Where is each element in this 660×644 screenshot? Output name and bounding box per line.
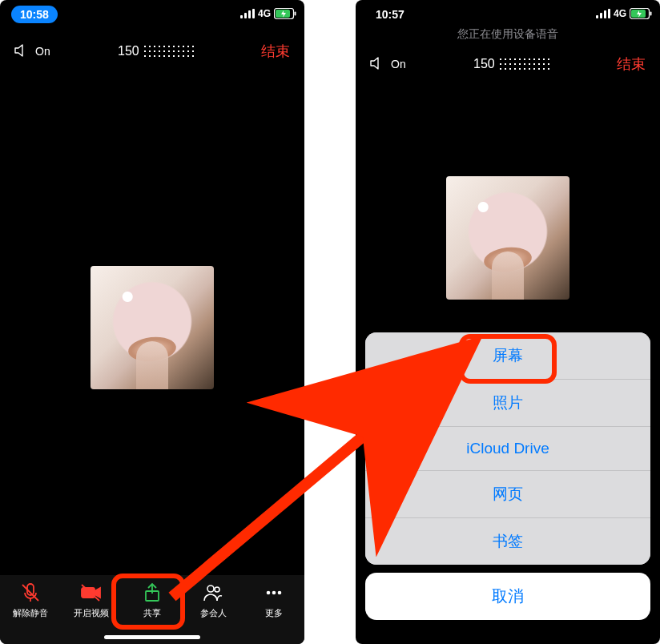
- left-phone: 10:58 4G On 150 结束 解除静音: [0, 0, 304, 644]
- svg-rect-1: [244, 13, 247, 18]
- action-sheet-list: 屏幕 照片 iCloud Drive 网页 书签: [365, 332, 650, 565]
- start-video-button[interactable]: 开启视频: [61, 582, 122, 619]
- end-call-button[interactable]: 结束: [617, 54, 646, 74]
- status-right: 4G: [240, 8, 296, 19]
- sheet-item-webpage[interactable]: 网页: [365, 471, 650, 518]
- redacted-block: [141, 42, 194, 60]
- end-call-button[interactable]: 结束: [261, 42, 290, 61]
- more-button[interactable]: 更多: [243, 582, 304, 619]
- participants-button[interactable]: 参会人: [183, 582, 243, 619]
- svg-point-10: [207, 586, 214, 592]
- svg-point-11: [215, 587, 219, 592]
- status-bar: 10:58 4G: [0, 0, 304, 27]
- audio-subtitle: 您正在使用设备语音: [356, 27, 660, 45]
- svg-rect-18: [608, 9, 610, 18]
- status-time: 10:57: [367, 6, 413, 23]
- network-label: 4G: [614, 8, 626, 19]
- sheet-item-bookmark[interactable]: 书签: [365, 518, 650, 565]
- svg-rect-16: [600, 13, 602, 18]
- video-area: [0, 80, 304, 575]
- speaker-label: On: [35, 45, 50, 58]
- status-time-pill: 10:58: [11, 6, 58, 23]
- svg-rect-15: [596, 15, 598, 18]
- svg-rect-2: [248, 10, 251, 18]
- signal-icon: [240, 9, 255, 18]
- call-bar: On 150 结束: [356, 45, 660, 83]
- unmute-button[interactable]: 解除静音: [0, 582, 61, 619]
- call-number-prefix: 150: [118, 44, 139, 58]
- signal-icon: [596, 9, 610, 18]
- participants-label: 参会人: [200, 607, 227, 619]
- sheet-item-screen[interactable]: 屏幕: [365, 332, 650, 380]
- status-right: 4G: [596, 8, 652, 19]
- redacted-block: [497, 55, 549, 73]
- call-number-prefix: 150: [473, 57, 495, 71]
- svg-rect-0: [240, 15, 243, 18]
- battery-charging-icon: [274, 8, 296, 19]
- share-button[interactable]: 共享: [122, 582, 183, 619]
- network-label: 4G: [258, 8, 271, 19]
- call-number: 150: [473, 55, 549, 73]
- speaker-label: On: [391, 58, 406, 70]
- unmute-label: 解除静音: [13, 607, 48, 619]
- svg-point-14: [278, 591, 282, 595]
- sheet-item-photo[interactable]: 照片: [365, 380, 650, 427]
- action-sheet: 屏幕 照片 iCloud Drive 网页 书签 取消: [356, 323, 660, 644]
- speaker-toggle[interactable]: On: [370, 56, 406, 73]
- svg-point-12: [267, 591, 271, 595]
- right-phone: 10:57 4G 您正在使用设备语音 On 150 结束 屏幕 照片: [356, 0, 660, 644]
- call-number: 150: [118, 42, 194, 60]
- svg-rect-5: [295, 12, 296, 16]
- home-indicator[interactable]: [460, 635, 556, 639]
- tab-bar: 解除静音 开启视频 共享 参会人 更多: [0, 575, 304, 644]
- svg-rect-3: [252, 9, 255, 18]
- battery-charging-icon: [630, 8, 652, 19]
- start-video-label: 开启视频: [74, 607, 109, 619]
- speaker-toggle[interactable]: On: [14, 43, 50, 60]
- status-bar: 10:57 4G: [356, 0, 660, 27]
- participant-thumbnail[interactable]: [91, 266, 214, 389]
- participant-thumbnail[interactable]: [446, 176, 569, 300]
- sheet-item-icloud[interactable]: iCloud Drive: [365, 427, 650, 471]
- svg-rect-17: [604, 10, 606, 18]
- speaker-icon: [370, 56, 386, 73]
- call-bar: On 150 结束: [0, 27, 304, 75]
- speaker-icon: [14, 43, 30, 60]
- home-indicator[interactable]: [104, 635, 200, 639]
- svg-rect-20: [650, 12, 652, 16]
- svg-point-13: [272, 591, 276, 595]
- more-label: 更多: [265, 607, 283, 619]
- svg-rect-8: [82, 588, 95, 598]
- sheet-cancel-button[interactable]: 取消: [365, 573, 650, 620]
- share-label: 共享: [143, 607, 161, 619]
